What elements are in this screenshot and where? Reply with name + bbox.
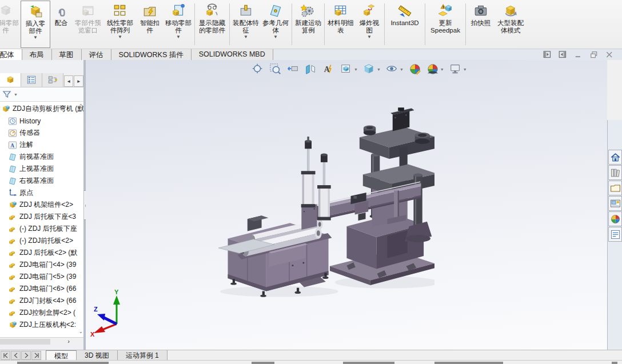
dropdown-caret[interactable]: ▼ (176, 34, 181, 40)
design-library-tab[interactable] (608, 165, 622, 180)
panel-scroll-left[interactable]: ◄ (64, 75, 74, 87)
ribbon-tab-3[interactable]: 草图 (52, 49, 82, 61)
smart-fasteners-button[interactable]: 智能扣件 (136, 1, 164, 48)
reference-geometry-button[interactable]: 参考几何体▼ (261, 1, 290, 48)
tree-item[interactable]: ZDJ上压板机构<2: (0, 319, 83, 331)
zoom-to-area-icon[interactable] (268, 62, 283, 77)
motion-nav-last-button[interactable] (31, 351, 41, 360)
instant3d-button[interactable]: Instant3D (386, 1, 424, 48)
dropdown-caret[interactable]: ▼ (377, 67, 381, 71)
scrollbar-arrow[interactable]: › (67, 338, 70, 345)
bottom-tab-2[interactable]: 3D 视图 (77, 350, 118, 360)
dropdown-caret[interactable]: ▼ (400, 67, 404, 71)
tree-item-label: ZDJ电箱门<4> (39 (19, 260, 76, 270)
exploded-view-button[interactable]: 爆炸视图▼ (356, 1, 383, 48)
ribbon-tab-6[interactable]: SOLIDWORKS MBD (192, 49, 273, 61)
hide-show-items-icon[interactable]: ▼ (385, 62, 405, 77)
assembly-features-button[interactable]: 装配体特征▼ (231, 1, 261, 48)
ribbon-tab-5[interactable]: SOLIDWORKS 插件 (111, 49, 192, 61)
tree-item[interactable]: ZDJ自动剪板折弯机 (默 (0, 103, 83, 115)
tree-item[interactable]: 原点 (0, 187, 83, 199)
tree-item[interactable]: History (0, 115, 83, 127)
tree-item[interactable]: 传感器 (0, 127, 83, 139)
insert-component-button[interactable]: 插入零部件▼ (21, 1, 50, 48)
motion-nav-next-button[interactable] (21, 351, 31, 360)
tree-item[interactable]: ZDJ 后托板下座<3 (0, 211, 83, 223)
edit-appearance-icon[interactable] (408, 62, 422, 77)
filter-icon[interactable] (2, 90, 11, 99)
large-assembly-button[interactable]: 大型装配体模式 (495, 1, 527, 48)
subassembly-icon (8, 321, 17, 330)
assembly-model[interactable] (218, 107, 434, 304)
tree-item[interactable]: 上视基准面 (0, 163, 83, 175)
dropdown-caret[interactable]: ▼ (244, 34, 248, 40)
motion-nav-prev-button[interactable] (11, 351, 21, 360)
tree-item[interactable]: (-) ZDJ 后托板下座 (0, 223, 83, 235)
tree-scroll-up-arrow[interactable]: ⌃ (78, 103, 83, 109)
section-view-icon[interactable] (304, 62, 318, 77)
file-explorer-tab[interactable] (608, 181, 622, 195)
move-component-button[interactable]: 移动零部件▼ (164, 1, 193, 48)
smart-fasteners-icon (142, 2, 157, 19)
bottom-tab-1[interactable]: 模型 (46, 350, 77, 360)
linear-pattern-button[interactable]: 线性零部件阵列▼ (104, 1, 136, 48)
tree-item[interactable]: ZDJ门封板<4> (66 (0, 295, 83, 307)
toolbar-button-label: 大型装配体模式 (496, 19, 525, 34)
tree-item[interactable]: ZDJ电箱门<4> (39 (0, 259, 83, 271)
ribbon-tab-4[interactable]: 评估 (82, 49, 111, 61)
snapshot-button[interactable]: 拍快照 (467, 1, 495, 48)
filter-caret[interactable]: ▼ (14, 93, 18, 97)
dropdown-caret[interactable]: ▼ (463, 67, 467, 71)
bom-button[interactable]: 材料明细表 (326, 1, 356, 48)
property-manager-tab[interactable] (21, 73, 42, 87)
view-orientation-icon[interactable]: ▼ (339, 62, 359, 77)
bottom-tab-3[interactable]: 运动算例 1 (118, 350, 168, 360)
part-icon (8, 273, 17, 282)
pane-right-icon[interactable] (558, 50, 568, 59)
update-speedpak-button[interactable]: 更新 Speedpak (426, 1, 464, 48)
configuration-manager-tab[interactable] (42, 73, 63, 87)
scrollbar-thumb[interactable] (0, 339, 50, 345)
graphics-area[interactable]: A▼▼▼▼▼ (86, 60, 607, 350)
tree-item[interactable]: ZDJ控制盒脚<2> ( (0, 307, 83, 319)
feature-manager-tab[interactable] (0, 73, 21, 87)
ribbon-tab-1[interactable]: 装配体 (0, 49, 22, 61)
new-motion-study-button[interactable]: 新建运动算例 (293, 1, 323, 48)
zoom-to-fit-icon[interactable] (250, 62, 265, 77)
annotation-view-icon[interactable]: A (321, 62, 336, 77)
pane-left-icon[interactable] (543, 50, 552, 59)
dropdown-caret[interactable]: ▼ (33, 35, 38, 41)
restore-icon[interactable] (589, 50, 599, 59)
ribbon-tab-2[interactable]: 布局 (22, 49, 52, 61)
view-settings-icon[interactable]: ▼ (448, 62, 468, 77)
previous-view-icon[interactable] (286, 62, 301, 77)
tree-item[interactable]: A注解 (0, 139, 83, 151)
dropdown-caret[interactable]: ▼ (354, 67, 358, 71)
dropdown-caret[interactable]: ▼ (273, 34, 278, 40)
tree-item[interactable]: ZDJ 机架组件<2> (0, 199, 83, 211)
tree-item[interactable]: ZDJ电箱门<5> (39 (0, 271, 83, 283)
dropdown-caret[interactable]: ▼ (367, 34, 372, 40)
motion-nav-first-button[interactable] (1, 351, 10, 360)
tree-item[interactable]: (-) ZDJ前托板<2> (0, 235, 83, 247)
tree-scroll-down-arrow[interactable]: ⌄ (78, 329, 83, 334)
tree-item[interactable]: 右视基准面 (0, 175, 83, 187)
show-hidden-button[interactable]: 显示隐藏的零部件 (196, 1, 228, 48)
panel-scroll-right[interactable]: ► (74, 75, 83, 87)
new-motion-study-icon (301, 2, 316, 19)
dropdown-caret[interactable]: ▼ (118, 34, 122, 40)
tree-item[interactable]: ZDJ电箱门<6> (66 (0, 283, 83, 295)
mate-button[interactable]: 配合 (50, 1, 72, 48)
close-icon[interactable] (604, 50, 614, 59)
minimize-icon[interactable] (573, 50, 583, 59)
display-style-icon[interactable]: ▼ (362, 62, 382, 77)
dropdown-caret[interactable]: ▼ (440, 67, 444, 71)
apply-scene-icon[interactable]: ▼ (425, 62, 445, 77)
appearances-tab[interactable] (608, 211, 622, 226)
tree-item[interactable]: 前视基准面 (0, 151, 83, 163)
custom-properties-tab[interactable] (608, 227, 622, 242)
home-tab[interactable] (608, 150, 622, 165)
view-palette-tab[interactable] (608, 196, 622, 211)
tree-horizontal-scrollbar[interactable]: › (0, 337, 83, 345)
tree-item[interactable]: ZDJ 后托板<2> (默 (0, 247, 83, 259)
